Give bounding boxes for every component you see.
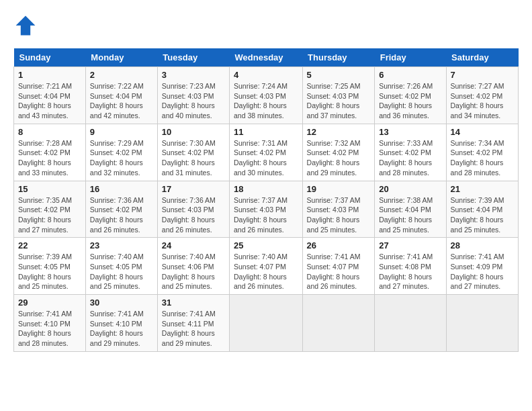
- day-info: Sunrise: 7:41 AM Sunset: 4:07 PM Dayligh…: [307, 252, 371, 291]
- day-number: 23: [90, 240, 153, 250]
- calendar-cell: 15Sunrise: 7:35 AM Sunset: 4:02 PM Dayli…: [14, 181, 86, 238]
- day-number: 31: [162, 298, 225, 308]
- day-number: 3: [162, 70, 225, 80]
- calendar-cell: 30Sunrise: 7:41 AM Sunset: 4:10 PM Dayli…: [85, 295, 157, 352]
- day-info: Sunrise: 7:40 AM Sunset: 4:07 PM Dayligh…: [234, 252, 298, 291]
- calendar-table: SundayMondayTuesdayWednesdayThursdayFrid…: [13, 48, 519, 352]
- calendar-cell: [375, 295, 446, 352]
- calendar-cell: 25Sunrise: 7:40 AM Sunset: 4:07 PM Dayli…: [230, 238, 303, 295]
- calendar-cell: 12Sunrise: 7:32 AM Sunset: 4:02 PM Dayli…: [302, 124, 375, 181]
- calendar-cell: 7Sunrise: 7:27 AM Sunset: 4:02 PM Daylig…: [446, 67, 518, 124]
- calendar-cell: [230, 295, 303, 352]
- day-number: 8: [18, 127, 81, 137]
- calendar-cell: 4Sunrise: 7:24 AM Sunset: 4:03 PM Daylig…: [230, 67, 303, 124]
- calendar-cell: 29Sunrise: 7:41 AM Sunset: 4:10 PM Dayli…: [14, 295, 86, 352]
- day-number: 1: [18, 70, 81, 80]
- day-info: Sunrise: 7:40 AM Sunset: 4:06 PM Dayligh…: [162, 252, 225, 291]
- day-number: 12: [307, 127, 371, 137]
- day-number: 11: [234, 127, 298, 137]
- day-info: Sunrise: 7:21 AM Sunset: 4:04 PM Dayligh…: [18, 81, 81, 121]
- page-header: [13, 13, 519, 38]
- day-number: 7: [451, 70, 514, 80]
- day-number: 29: [18, 298, 81, 308]
- calendar-cell: 26Sunrise: 7:41 AM Sunset: 4:07 PM Dayli…: [302, 238, 375, 295]
- day-info: Sunrise: 7:25 AM Sunset: 4:03 PM Dayligh…: [307, 81, 371, 121]
- day-info: Sunrise: 7:23 AM Sunset: 4:03 PM Dayligh…: [162, 81, 225, 121]
- day-info: Sunrise: 7:37 AM Sunset: 4:03 PM Dayligh…: [234, 195, 298, 235]
- day-number: 25: [234, 240, 298, 250]
- calendar-cell: 20Sunrise: 7:38 AM Sunset: 4:04 PM Dayli…: [375, 181, 446, 238]
- day-number: 14: [451, 127, 514, 137]
- day-number: 16: [90, 184, 153, 194]
- logo-icon: [13, 13, 38, 38]
- day-info: Sunrise: 7:38 AM Sunset: 4:04 PM Dayligh…: [379, 195, 441, 235]
- day-info: Sunrise: 7:22 AM Sunset: 4:04 PM Dayligh…: [90, 81, 153, 121]
- weekday-header-wednesday: Wednesday: [230, 48, 303, 67]
- day-number: 27: [379, 240, 441, 250]
- calendar-cell: 9Sunrise: 7:29 AM Sunset: 4:02 PM Daylig…: [85, 124, 157, 181]
- day-number: 30: [90, 298, 153, 308]
- day-info: Sunrise: 7:41 AM Sunset: 4:10 PM Dayligh…: [18, 309, 81, 349]
- calendar-cell: 17Sunrise: 7:36 AM Sunset: 4:03 PM Dayli…: [157, 181, 229, 238]
- day-info: Sunrise: 7:40 AM Sunset: 4:05 PM Dayligh…: [90, 252, 153, 291]
- weekday-header-sunday: Sunday: [14, 48, 86, 67]
- calendar-cell: 23Sunrise: 7:40 AM Sunset: 4:05 PM Dayli…: [85, 238, 157, 295]
- weekday-header-tuesday: Tuesday: [157, 48, 229, 67]
- day-info: Sunrise: 7:29 AM Sunset: 4:02 PM Dayligh…: [90, 138, 153, 178]
- day-number: 9: [90, 127, 153, 137]
- calendar-cell: 21Sunrise: 7:39 AM Sunset: 4:04 PM Dayli…: [446, 181, 518, 238]
- calendar-cell: 2Sunrise: 7:22 AM Sunset: 4:04 PM Daylig…: [85, 67, 157, 124]
- day-info: Sunrise: 7:36 AM Sunset: 4:02 PM Dayligh…: [90, 195, 153, 235]
- calendar-week-1: 1Sunrise: 7:21 AM Sunset: 4:04 PM Daylig…: [14, 67, 519, 124]
- calendar-cell: [302, 295, 375, 352]
- day-info: Sunrise: 7:34 AM Sunset: 4:02 PM Dayligh…: [451, 138, 514, 178]
- calendar-cell: 18Sunrise: 7:37 AM Sunset: 4:03 PM Dayli…: [230, 181, 303, 238]
- day-info: Sunrise: 7:39 AM Sunset: 4:05 PM Dayligh…: [18, 252, 81, 291]
- day-number: 26: [307, 240, 371, 250]
- day-info: Sunrise: 7:26 AM Sunset: 4:02 PM Dayligh…: [379, 81, 441, 121]
- calendar-cell: 5Sunrise: 7:25 AM Sunset: 4:03 PM Daylig…: [302, 67, 375, 124]
- calendar-cell: 22Sunrise: 7:39 AM Sunset: 4:05 PM Dayli…: [14, 238, 86, 295]
- day-info: Sunrise: 7:27 AM Sunset: 4:02 PM Dayligh…: [451, 81, 514, 121]
- day-number: 21: [451, 184, 514, 194]
- day-number: 28: [451, 240, 514, 250]
- calendar-cell: 27Sunrise: 7:41 AM Sunset: 4:08 PM Dayli…: [375, 238, 446, 295]
- calendar-week-5: 29Sunrise: 7:41 AM Sunset: 4:10 PM Dayli…: [14, 295, 519, 352]
- calendar-cell: 16Sunrise: 7:36 AM Sunset: 4:02 PM Dayli…: [85, 181, 157, 238]
- calendar-cell: 31Sunrise: 7:41 AM Sunset: 4:11 PM Dayli…: [157, 295, 229, 352]
- day-info: Sunrise: 7:28 AM Sunset: 4:02 PM Dayligh…: [18, 138, 81, 178]
- calendar-cell: 3Sunrise: 7:23 AM Sunset: 4:03 PM Daylig…: [157, 67, 229, 124]
- weekday-header-thursday: Thursday: [302, 48, 375, 67]
- calendar-cell: 19Sunrise: 7:37 AM Sunset: 4:03 PM Dayli…: [302, 181, 375, 238]
- weekday-header-saturday: Saturday: [446, 48, 518, 67]
- day-info: Sunrise: 7:39 AM Sunset: 4:04 PM Dayligh…: [451, 195, 514, 235]
- calendar-cell: 10Sunrise: 7:30 AM Sunset: 4:02 PM Dayli…: [157, 124, 229, 181]
- day-info: Sunrise: 7:41 AM Sunset: 4:09 PM Dayligh…: [451, 252, 514, 291]
- weekday-header-friday: Friday: [375, 48, 446, 67]
- logo: [13, 13, 42, 38]
- day-number: 15: [18, 184, 81, 194]
- calendar-cell: 13Sunrise: 7:33 AM Sunset: 4:02 PM Dayli…: [375, 124, 446, 181]
- day-number: 19: [307, 184, 371, 194]
- calendar-cell: 6Sunrise: 7:26 AM Sunset: 4:02 PM Daylig…: [375, 67, 446, 124]
- calendar-cell: 1Sunrise: 7:21 AM Sunset: 4:04 PM Daylig…: [14, 67, 86, 124]
- day-info: Sunrise: 7:33 AM Sunset: 4:02 PM Dayligh…: [379, 138, 441, 178]
- day-info: Sunrise: 7:41 AM Sunset: 4:11 PM Dayligh…: [162, 309, 225, 349]
- day-info: Sunrise: 7:32 AM Sunset: 4:02 PM Dayligh…: [307, 138, 371, 178]
- day-info: Sunrise: 7:35 AM Sunset: 4:02 PM Dayligh…: [18, 195, 81, 235]
- day-number: 6: [379, 70, 441, 80]
- day-info: Sunrise: 7:31 AM Sunset: 4:02 PM Dayligh…: [234, 138, 298, 178]
- day-number: 17: [162, 184, 225, 194]
- day-info: Sunrise: 7:41 AM Sunset: 4:10 PM Dayligh…: [90, 309, 153, 349]
- calendar-cell: 11Sunrise: 7:31 AM Sunset: 4:02 PM Dayli…: [230, 124, 303, 181]
- day-number: 22: [18, 240, 81, 250]
- day-info: Sunrise: 7:37 AM Sunset: 4:03 PM Dayligh…: [307, 195, 371, 235]
- calendar-cell: 14Sunrise: 7:34 AM Sunset: 4:02 PM Dayli…: [446, 124, 518, 181]
- day-info: Sunrise: 7:24 AM Sunset: 4:03 PM Dayligh…: [234, 81, 298, 121]
- day-info: Sunrise: 7:30 AM Sunset: 4:02 PM Dayligh…: [162, 138, 225, 178]
- calendar-week-2: 8Sunrise: 7:28 AM Sunset: 4:02 PM Daylig…: [14, 124, 519, 181]
- day-info: Sunrise: 7:41 AM Sunset: 4:08 PM Dayligh…: [379, 252, 441, 291]
- calendar-cell: 8Sunrise: 7:28 AM Sunset: 4:02 PM Daylig…: [14, 124, 86, 181]
- day-number: 10: [162, 127, 225, 137]
- calendar-week-4: 22Sunrise: 7:39 AM Sunset: 4:05 PM Dayli…: [14, 238, 519, 295]
